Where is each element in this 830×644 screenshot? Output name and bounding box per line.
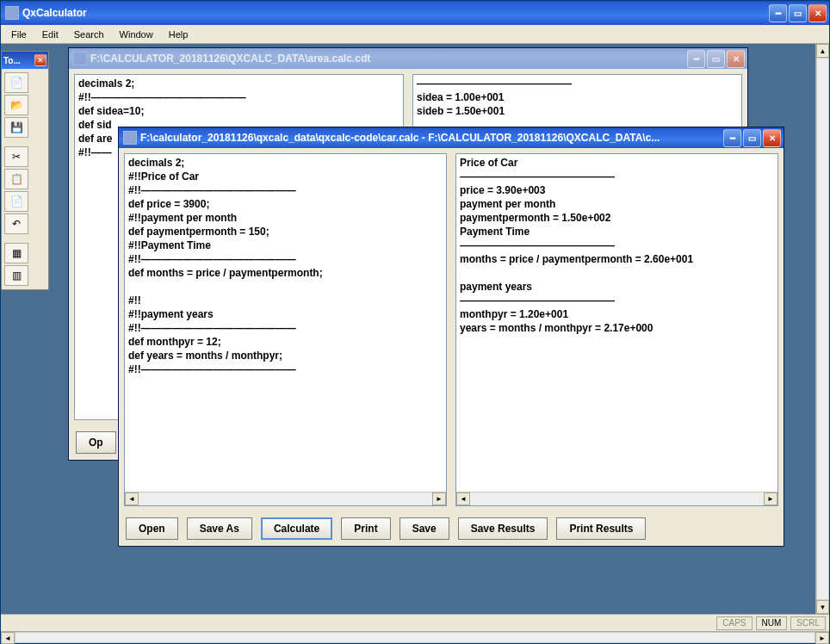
child1-minimize-button[interactable]: ━ bbox=[687, 50, 705, 68]
status-scrl: SCRL bbox=[790, 616, 826, 630]
saveresults-button[interactable]: Save Results bbox=[458, 517, 548, 540]
tool-separator bbox=[4, 236, 28, 241]
child2-right-pane[interactable]: Price of Car ——————————————— price = 3.9… bbox=[455, 153, 778, 506]
right-hscroll[interactable]: ◄ ► bbox=[456, 492, 777, 505]
scroll-up-icon[interactable]: ▲ bbox=[816, 44, 829, 58]
statusbar: CAPS NUM SCRL bbox=[1, 614, 829, 631]
status-caps: CAPS bbox=[716, 616, 752, 630]
tool-print-icon[interactable]: ▥ bbox=[4, 265, 28, 286]
child-window-car[interactable]: F:\calculator_20181126\qxcalc_data\qxcal… bbox=[118, 127, 784, 547]
child1-title: F:\CALCULATOR_20181126\QXCALC_DATA\area.… bbox=[90, 53, 687, 65]
child1-titlebar[interactable]: F:\CALCULATOR_20181126\QXCALC_DATA\area.… bbox=[69, 48, 747, 69]
scroll-left-icon[interactable]: ◄ bbox=[1, 632, 15, 644]
toolbox-titlebar[interactable]: To... ✕ bbox=[2, 52, 48, 69]
scroll-left-icon[interactable]: ◄ bbox=[125, 492, 139, 505]
open-button[interactable]: Open bbox=[126, 517, 178, 540]
child1-open-button[interactable]: Op bbox=[76, 431, 116, 454]
child2-left-pane[interactable]: decimals 2; #!!Price of Car #!!—————————… bbox=[124, 153, 447, 506]
child2-buttonrow: Open Save As Calculate Print Save Save R… bbox=[119, 511, 784, 546]
app-window: QxCalculator ━ ▭ ✕ File Edit Search Wind… bbox=[0, 0, 830, 644]
scroll-track[interactable] bbox=[816, 58, 829, 600]
toolbox-body: 📄 📂 💾 ✂ 📋 📄 ↶ ▦ ▥ bbox=[2, 69, 48, 289]
tool-separator bbox=[4, 139, 28, 145]
scroll-right-icon[interactable]: ► bbox=[815, 632, 829, 644]
tool-save-icon[interactable]: 💾 bbox=[4, 117, 28, 138]
app-title: QxCalculator bbox=[22, 7, 769, 19]
scroll-track[interactable] bbox=[139, 492, 432, 505]
app-vscrollbar[interactable]: ▲ ▼ bbox=[815, 44, 829, 614]
calculate-button[interactable]: Calculate bbox=[261, 517, 332, 540]
app-icon bbox=[5, 6, 19, 20]
menu-help[interactable]: Help bbox=[162, 27, 195, 42]
maximize-button[interactable]: ▭ bbox=[789, 4, 807, 22]
print-button[interactable]: Print bbox=[341, 517, 390, 540]
status-num: NUM bbox=[756, 616, 788, 630]
minimize-button[interactable]: ━ bbox=[769, 4, 787, 22]
toolbox-title: To... bbox=[3, 56, 21, 65]
child2-close-button[interactable]: ✕ bbox=[763, 129, 781, 147]
tool-paste-icon[interactable]: 📄 bbox=[4, 191, 28, 212]
child2-right-content[interactable]: Price of Car ——————————————— price = 3.9… bbox=[456, 154, 777, 492]
close-button[interactable]: ✕ bbox=[808, 4, 827, 22]
left-hscroll[interactable]: ◄ ► bbox=[125, 492, 446, 505]
child2-titlebar[interactable]: F:\calculator_20181126\qxcalc_data\qxcal… bbox=[119, 127, 784, 148]
toolbox-palette[interactable]: To... ✕ 📄 📂 💾 ✂ 📋 📄 ↶ ▦ ▥ bbox=[1, 51, 49, 290]
tool-cut-icon[interactable]: ✂ bbox=[4, 146, 28, 167]
menu-search[interactable]: Search bbox=[67, 27, 111, 42]
tool-new-icon[interactable]: 📄 bbox=[4, 72, 28, 93]
save-button[interactable]: Save bbox=[400, 517, 449, 540]
mdi-client: ▲ ▼ To... ✕ 📄 📂 💾 ✂ 📋 📄 ↶ ▦ ▥ bbox=[1, 44, 829, 614]
menu-window[interactable]: Window bbox=[113, 27, 160, 42]
scroll-down-icon[interactable]: ▼ bbox=[816, 600, 829, 614]
app-titlebar[interactable]: QxCalculator ━ ▭ ✕ bbox=[1, 1, 829, 25]
app-hscrollbar[interactable]: ◄ ► bbox=[1, 631, 829, 643]
scroll-track[interactable] bbox=[15, 632, 815, 643]
tool-copy-icon[interactable]: 📋 bbox=[4, 169, 28, 189]
doc-icon bbox=[123, 131, 137, 145]
child1-maximize-button[interactable]: ▭ bbox=[707, 50, 725, 68]
scroll-left-icon[interactable]: ◄ bbox=[456, 492, 470, 505]
tool-run-icon[interactable]: ▦ bbox=[4, 243, 28, 263]
child2-title: F:\calculator_20181126\qxcalc_data\qxcal… bbox=[140, 132, 723, 144]
tool-open-icon[interactable]: 📂 bbox=[4, 95, 28, 115]
printresults-button[interactable]: Print Results bbox=[556, 517, 646, 540]
tool-undo-icon[interactable]: ↶ bbox=[4, 214, 28, 234]
scroll-right-icon[interactable]: ► bbox=[764, 492, 777, 505]
child1-close-button[interactable]: ✕ bbox=[727, 50, 745, 68]
doc-icon bbox=[73, 52, 87, 65]
child2-left-content[interactable]: decimals 2; #!!Price of Car #!!—————————… bbox=[125, 154, 446, 492]
saveas-button[interactable]: Save As bbox=[187, 517, 252, 540]
menu-file[interactable]: File bbox=[4, 27, 34, 42]
child2-minimize-button[interactable]: ━ bbox=[723, 129, 741, 147]
child2-maximize-button[interactable]: ▭ bbox=[743, 129, 761, 147]
scroll-track[interactable] bbox=[470, 492, 764, 505]
child2-body: decimals 2; #!!Price of Car #!!—————————… bbox=[119, 148, 784, 511]
scroll-right-icon[interactable]: ► bbox=[432, 492, 446, 505]
menu-edit[interactable]: Edit bbox=[35, 27, 65, 42]
toolbox-close-icon[interactable]: ✕ bbox=[34, 54, 46, 66]
menubar: File Edit Search Window Help bbox=[1, 25, 829, 44]
